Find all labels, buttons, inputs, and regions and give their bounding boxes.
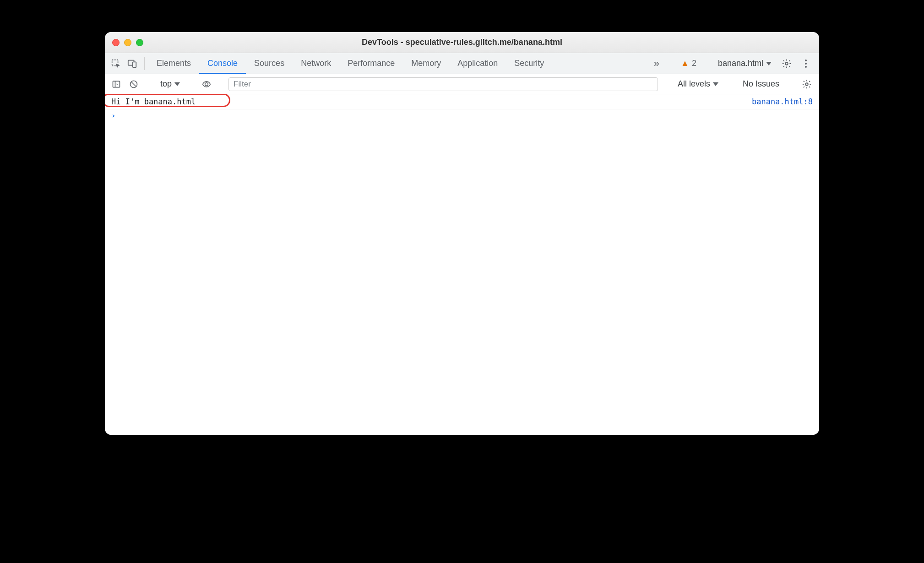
issues-label: No Issues [743,79,779,88]
tab-security[interactable]: Security [506,53,552,74]
inspect-element-icon[interactable] [108,53,124,74]
maximize-window-button[interactable] [136,39,143,46]
tab-console[interactable]: Console [199,53,246,74]
svg-point-3 [785,62,788,65]
tab-memory[interactable]: Memory [403,53,449,74]
more-menu-icon[interactable] [798,60,814,68]
console-toolbar: top All levels No Issues [105,74,819,94]
svg-rect-2 [133,62,136,67]
filter-input[interactable] [228,77,658,91]
console-output: Hi I'm banana.html banana.html:8 › [105,94,819,435]
main-tabbar: Elements Console Sources Network Perform… [105,53,819,74]
tab-sources[interactable]: Sources [246,53,293,74]
console-prompt[interactable]: › [105,109,819,122]
tab-label: Performance [348,59,395,68]
tabbar-right: » ▲ 2 banana.html [650,53,816,74]
chevron-down-icon [713,82,718,86]
tab-label: Application [457,59,498,68]
tab-label: Console [207,59,238,68]
svg-rect-4 [113,81,120,87]
levels-label: All levels [678,79,710,89]
more-tabs-icon[interactable]: » [650,58,663,70]
separator [144,57,145,70]
traffic-lights [112,39,143,46]
console-settings-icon[interactable] [799,79,815,89]
log-source-link[interactable]: banana.html:8 [752,97,813,106]
tab-application[interactable]: Application [449,53,506,74]
log-message: Hi I'm banana.html [111,97,196,106]
titlebar: DevTools - speculative-rules.glitch.me/b… [105,32,819,53]
svg-line-7 [131,82,136,87]
log-entry: Hi I'm banana.html banana.html:8 [105,94,819,109]
tab-label: Memory [411,59,441,68]
device-toolbar-icon[interactable] [124,53,141,74]
log-levels-selector[interactable]: All levels [673,79,723,89]
warning-icon: ▲ [681,59,689,68]
warnings-badge[interactable]: ▲ 2 [678,59,699,68]
live-expression-icon[interactable] [200,77,213,91]
toggle-sidebar-icon[interactable] [109,77,123,91]
close-window-button[interactable] [112,39,120,46]
tab-label: Sources [254,59,284,68]
context-label: top [160,79,172,89]
svg-point-8 [205,82,208,86]
svg-point-9 [805,83,808,86]
tab-elements[interactable]: Elements [148,53,199,74]
tab-network[interactable]: Network [293,53,339,74]
context-selector[interactable]: top [156,79,185,89]
chevron-down-icon [174,82,180,86]
frame-selector-label: banana.html [718,59,763,68]
clear-console-icon[interactable] [127,77,141,91]
prompt-caret-icon: › [111,111,116,120]
window-title: DevTools - speculative-rules.glitch.me/b… [112,38,812,47]
warning-count: 2 [692,59,696,68]
tab-label: Security [514,59,544,68]
settings-icon[interactable] [779,59,794,69]
tab-performance[interactable]: Performance [339,53,403,74]
tab-label: Elements [157,59,191,68]
chevron-down-icon [766,62,772,65]
panel-tabs: Elements Console Sources Network Perform… [148,53,552,74]
tab-label: Network [301,59,331,68]
devtools-window: DevTools - speculative-rules.glitch.me/b… [105,32,819,435]
minimize-window-button[interactable] [124,39,131,46]
issues-button[interactable]: No Issues [738,79,784,89]
frame-selector[interactable]: banana.html [714,59,775,68]
